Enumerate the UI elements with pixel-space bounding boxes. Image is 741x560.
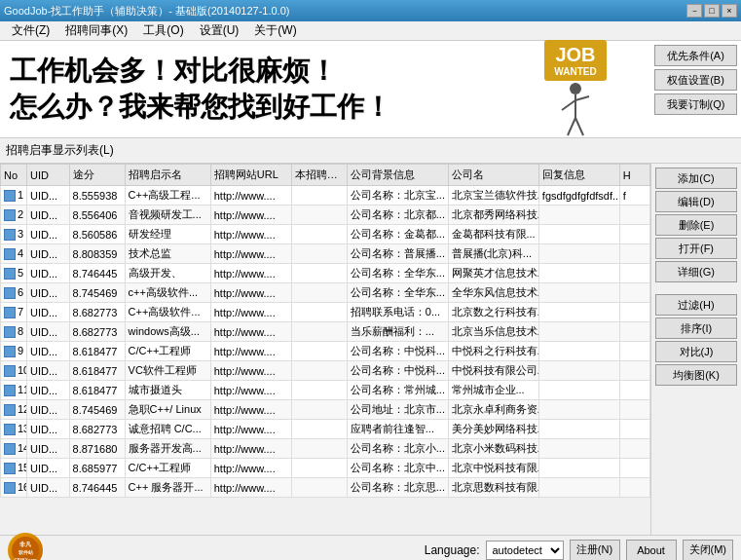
language-select[interactable]: autodetectChineseEnglish — [486, 541, 564, 560]
table-cell: 1 — [1, 186, 27, 205]
window-controls: － □ × — [686, 4, 737, 18]
banner-text: 工作机会多！对比很麻烦！ 怎么办？我来帮您找到好工作！ — [10, 54, 391, 125]
table-cell: 8.745469 — [69, 283, 125, 303]
table-cell: 8.555938 — [69, 186, 125, 205]
weight-settings-btn[interactable]: 权值设置(B) — [654, 69, 737, 91]
table-cell — [619, 303, 649, 322]
bottom-bar: 非凡 软件站 CRSKY.com Language: autodetectChi… — [0, 535, 741, 560]
sort-btn[interactable]: 排序(I) — [655, 317, 737, 339]
action-btn-spacer — [655, 284, 737, 292]
table-cell: 网聚英才信息技术... — [448, 264, 538, 283]
table-cell — [291, 322, 347, 342]
table-cell: 8.618477 — [69, 381, 125, 400]
table-cell: 常州城市企业... — [448, 381, 538, 400]
right-panel: 优先条件(A)权值设置(B)我要订制(Q) — [654, 45, 737, 115]
table-row[interactable]: 14UID...8.871680服务器开发高...http://www....公… — [1, 439, 650, 459]
maximize-btn[interactable]: □ — [704, 4, 720, 18]
table-row[interactable]: 13UID...8.682773诚意招聘 C/C...http://www...… — [1, 420, 650, 439]
table-cell: 8.556406 — [69, 205, 125, 225]
table-cell: 中悦科技有限公司... — [448, 361, 538, 381]
table-row[interactable]: 10UID...8.618477VC软件工程师http://www....公司名… — [1, 361, 650, 381]
table-cell — [619, 322, 649, 342]
table-cell: 招聘联系电话：0... — [347, 303, 448, 322]
col-header-: 本招聘… — [291, 165, 347, 186]
title-bar: GoodJob-找工作助手（辅助决策）- 基础版(20140127-1.0.0)… — [0, 0, 741, 21]
compare-btn[interactable]: 对比(J) — [655, 341, 737, 362]
table-cell: 公司名称：北京思... — [347, 478, 448, 498]
table-cell: c++高级软件... — [125, 283, 210, 303]
table-cell — [291, 244, 347, 264]
register-btn[interactable]: 注册(N) — [570, 540, 620, 561]
filter-btn[interactable]: 过滤(H) — [655, 294, 737, 316]
table-cell: 10 — [1, 361, 27, 381]
table-row[interactable]: 15UID...8.685977C/C++工程师http://www....公司… — [1, 459, 650, 478]
table-cell — [538, 342, 619, 361]
table-row[interactable]: 9UID...8.618477C/C++工程师http://www....公司名… — [1, 342, 650, 361]
table-row[interactable]: 5UID...8.746445高级开发、http://www....公司名称：全… — [1, 264, 650, 283]
table-cell: 急职C++/ Linux — [125, 400, 210, 420]
main-content: NoUID途分招聘启示名招聘网站URL本招聘…公司背景信息公司名回复信息H 1U… — [0, 164, 741, 535]
custom-order-btn[interactable]: 我要订制(Q) — [654, 93, 737, 115]
table-cell — [538, 459, 619, 478]
table-row[interactable]: 16UID...8.746445C++ 服务器开...http://www...… — [1, 478, 650, 498]
table-cell: http://www.... — [210, 381, 291, 400]
table-cell: 公司名称：中悦科... — [347, 342, 448, 361]
table-cell — [291, 400, 347, 420]
row-status-icon — [4, 463, 16, 474]
close-btn[interactable]: × — [722, 4, 737, 18]
table-cell: 公司名称：普展播... — [347, 244, 448, 264]
menu-item-o[interactable]: 工具(O) — [135, 20, 191, 41]
table-cell: 北京小米数码科技... — [448, 439, 538, 459]
table-cell — [538, 361, 619, 381]
title-text: GoodJob-找工作助手（辅助决策）- 基础版(20140127-1.0.0) — [4, 4, 686, 19]
table-cell: C/C++工程师 — [125, 459, 210, 478]
table-row[interactable]: 4UID...8.808359技术总监http://www....公司名称：普展… — [1, 244, 650, 264]
table-cell: 14 — [1, 439, 27, 459]
detail-btn[interactable]: 详细(G) — [655, 261, 737, 282]
table-cell: 金葛都科技有限... — [448, 225, 538, 244]
balance-chart-btn[interactable]: 均衡图(K) — [655, 364, 737, 386]
table-cell: http://www.... — [210, 283, 291, 303]
table-row[interactable]: 12UID...8.745469急职C++/ Linuxhttp://www..… — [1, 400, 650, 420]
close-window-btn[interactable]: 关闭(M) — [683, 540, 734, 561]
data-table: NoUID途分招聘启示名招聘网站URL本招聘…公司背景信息公司名回复信息H 1U… — [0, 164, 650, 498]
table-cell: UID... — [26, 478, 69, 498]
menu-item-x[interactable]: 招聘同事(X) — [57, 20, 135, 41]
edit-btn[interactable]: 编辑(D) — [655, 191, 737, 212]
open-btn[interactable]: 打开(F) — [655, 238, 737, 259]
priority-conditions-btn[interactable]: 优先条件(A) — [654, 45, 737, 66]
menu-item-w[interactable]: 关于(W) — [246, 20, 304, 41]
menu-item-u[interactable]: 设置(U) — [192, 20, 247, 41]
col-header-url: 招聘网站URL — [210, 165, 291, 186]
language-label: Language: — [425, 543, 480, 557]
table-cell: 当乐薪酬福利：... — [347, 322, 448, 342]
table-cell: C++高级工程... — [125, 186, 210, 205]
table-cell: 13 — [1, 420, 27, 439]
table-cell — [538, 381, 619, 400]
delete-btn[interactable]: 删除(E) — [655, 214, 737, 236]
table-cell — [619, 420, 649, 439]
table-cell: 公司名称：常州城... — [347, 381, 448, 400]
row-status-icon — [4, 248, 16, 260]
table-scroll[interactable]: NoUID途分招聘启示名招聘网站URL本招聘…公司背景信息公司名回复信息H 1U… — [0, 164, 650, 535]
col-header-: 回复信息 — [538, 165, 619, 186]
table-cell: 普展播(北京)科... — [448, 244, 538, 264]
table-row[interactable]: 7UID...8.682773C++高级软件...http://www....招… — [1, 303, 650, 322]
table-row[interactable]: 11UID...8.618477城市摄道头http://www....公司名称：… — [1, 381, 650, 400]
about-btn[interactable]: About — [626, 540, 677, 561]
table-row[interactable]: 8UID...8.682773windows高级...http://www...… — [1, 322, 650, 342]
table-row[interactable]: 1UID...8.555938C++高级工程...http://www....公… — [1, 186, 650, 205]
table-cell: UID... — [26, 186, 69, 205]
table-cell: 技术总监 — [125, 244, 210, 264]
table-row[interactable]: 2UID...8.556406音视频研发工...http://www....公司… — [1, 205, 650, 225]
minimize-btn[interactable]: － — [686, 4, 702, 18]
table-row[interactable]: 6UID...8.745469c++高级软件...http://www....公… — [1, 283, 650, 303]
table-cell — [538, 420, 619, 439]
table-cell: http://www.... — [210, 439, 291, 459]
menu-item-z[interactable]: 文件(Z) — [4, 20, 57, 41]
table-cell — [619, 381, 649, 400]
table-row[interactable]: 3UID...8.560586研发经理http://www....公司名称：金葛… — [1, 225, 650, 244]
add-btn[interactable]: 添加(C) — [655, 168, 737, 189]
col-header-: 招聘启示名 — [125, 165, 210, 186]
table-cell: http://www.... — [210, 361, 291, 381]
